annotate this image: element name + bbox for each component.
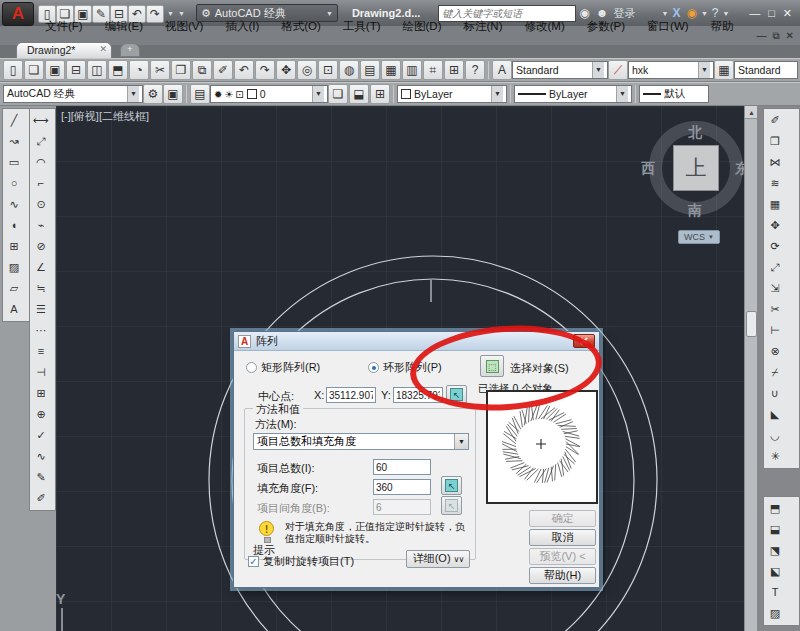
menu-edit[interactable]: 编辑(E) xyxy=(94,20,154,32)
multiline-text-tool[interactable]: A xyxy=(4,300,24,320)
line-tool[interactable]: ╱ xyxy=(4,111,24,131)
dialog-title-bar[interactable]: A 阵列 ✕ xyxy=(234,332,599,351)
join-tool[interactable]: ∪ xyxy=(765,384,785,404)
send-to-back-tool[interactable]: ⬓ xyxy=(765,520,785,540)
select-objects-button[interactable]: ⬚ xyxy=(480,355,504,377)
viewcube-south[interactable]: 南 xyxy=(688,202,702,220)
hatch-to-back-tool[interactable]: ▨ xyxy=(765,604,785,624)
viewcube-top-face[interactable]: 上 xyxy=(673,145,719,191)
menu-modify[interactable]: 修改(M) xyxy=(513,20,575,32)
save-workspace-icon[interactable]: ▣ xyxy=(163,84,183,104)
publish-tool[interactable]: ⬒ xyxy=(108,60,128,80)
radius-dim-tool[interactable]: ⊙ xyxy=(31,195,51,215)
copy-clip-tool[interactable]: ❐ xyxy=(171,60,191,80)
doc-close-button[interactable]: ✕ xyxy=(786,30,794,42)
help-tool[interactable]: ? xyxy=(465,60,485,80)
bring-above-tool[interactable]: ⬔ xyxy=(765,541,785,561)
tolerance-tool[interactable]: ⊞ xyxy=(31,384,51,404)
dialog-close-button[interactable]: ✕ xyxy=(573,334,595,348)
break-at-point-tool[interactable]: ⊗ xyxy=(765,342,785,362)
fill-angle-input[interactable] xyxy=(373,479,431,495)
menu-format[interactable]: 格式(O) xyxy=(270,20,332,32)
text-style-icon[interactable]: A xyxy=(492,60,512,80)
tab-close-icon[interactable]: ✕ xyxy=(99,44,107,58)
stretch-tool[interactable]: ⇲ xyxy=(765,279,785,299)
open-tool[interactable]: ❏ xyxy=(24,60,44,80)
extend-tool[interactable]: ⊢ xyxy=(765,321,785,341)
dim-break-tool[interactable]: ⊣ xyxy=(31,363,51,383)
menu-insert[interactable]: 插入(I) xyxy=(214,20,270,32)
quick-dim-tool[interactable]: ≒ xyxy=(31,279,51,299)
match-properties-tool[interactable]: ✐ xyxy=(213,60,233,80)
circle-tool[interactable]: ○ xyxy=(4,174,24,194)
method-select[interactable]: 项目总数和填充角度 ▼ xyxy=(253,433,469,450)
zoom-realtime-tool[interactable]: ◎ xyxy=(297,60,317,80)
spline-tool[interactable]: ∿ xyxy=(4,195,24,215)
rotate-tool[interactable]: ⟳ xyxy=(765,237,785,257)
diameter-dim-tool[interactable]: ⊘ xyxy=(31,237,51,257)
sheetset-manager-tool[interactable]: ⌗ xyxy=(423,60,443,80)
jogged-dim-tool[interactable]: ⌁ xyxy=(31,216,51,236)
dim-inspect-tool[interactable]: ✓ xyxy=(31,426,51,446)
array-tool[interactable]: ▦ xyxy=(765,195,785,215)
undo-tool[interactable]: ↶ xyxy=(234,60,254,80)
explode-tool[interactable]: ✳ xyxy=(765,447,785,467)
text-to-front-tool[interactable]: T xyxy=(765,583,785,603)
paste-tool[interactable]: ⧉ xyxy=(192,60,212,80)
ellipse-arc-tool[interactable]: ◖ xyxy=(4,216,24,236)
make-block-tool[interactable]: ⊞ xyxy=(4,237,24,257)
doc-minimize-button[interactable]: — xyxy=(756,30,766,42)
tool-palettes-tool[interactable]: ▥ xyxy=(402,60,422,80)
mirror-tool[interactable]: ⋈ xyxy=(765,153,785,173)
maximize-button[interactable]: □ xyxy=(768,7,775,20)
redo-tool[interactable]: ↷ xyxy=(255,60,275,80)
make-object-layer-icon[interactable]: ❏ xyxy=(328,84,348,104)
cancel-button[interactable]: 取消 xyxy=(529,529,596,546)
help-button[interactable]: 帮助(H) xyxy=(529,567,596,584)
polyline-tool[interactable]: ↝ xyxy=(4,132,24,152)
bring-to-front-tool[interactable]: ⬒ xyxy=(765,499,785,519)
new-tool[interactable]: ▯ xyxy=(3,60,23,80)
continue-dim-tool[interactable]: ⋯ xyxy=(31,321,51,341)
viewcube-north[interactable]: 北 xyxy=(688,124,702,142)
scale-tool[interactable]: ⤢ xyxy=(765,258,785,278)
vertical-scrollbar[interactable]: ▲ xyxy=(744,106,757,631)
dim-style-select[interactable]: hxk ▼ xyxy=(628,61,714,79)
workspace-settings-icon[interactable]: ⚙ xyxy=(143,84,163,104)
text-style-select[interactable]: Standard ▼ xyxy=(512,61,608,79)
layer-properties-icon[interactable]: ▤ xyxy=(190,84,210,104)
region-tool[interactable]: ▱ xyxy=(4,279,24,299)
drawing-tab[interactable]: Drawing2* ✕ xyxy=(16,42,112,58)
send-under-tool[interactable]: ⬕ xyxy=(765,562,785,582)
jogged-linear-tool[interactable]: ∿ xyxy=(31,447,51,467)
move-tool[interactable]: ✥ xyxy=(765,216,785,236)
wcs-badge[interactable]: WCS ▼ xyxy=(678,230,720,244)
pick-center-button[interactable]: ↖ xyxy=(446,385,467,404)
menu-tools[interactable]: 工具(T) xyxy=(332,20,392,32)
rectangle-tool[interactable]: ▭ xyxy=(4,153,24,173)
table-style-icon[interactable]: ▦ xyxy=(714,60,734,80)
viewcube-east[interactable]: 东 xyxy=(735,160,744,178)
dim-space-tool[interactable]: ≡ xyxy=(31,342,51,362)
doc-restore-button[interactable]: ⧉ xyxy=(772,30,779,42)
x-input[interactable] xyxy=(326,387,376,403)
3ddwf-tool[interactable]: ◔ xyxy=(129,60,149,80)
y-input[interactable] xyxy=(393,387,443,403)
lineweight-select[interactable]: 默认 xyxy=(639,85,709,103)
quickcalc-tool[interactable]: ⊞ xyxy=(444,60,464,80)
copy-tool[interactable]: ❐ xyxy=(765,132,785,152)
polar-array-radio[interactable]: 环形阵列(P) xyxy=(368,360,442,375)
details-button[interactable]: 详细(O) ∨∨ xyxy=(406,550,470,568)
chamfer-tool[interactable]: ◣ xyxy=(765,405,785,425)
arc-length-dim-tool[interactable]: ◠ xyxy=(31,153,51,173)
new-tab-button[interactable]: + xyxy=(120,43,140,57)
ordinate-dim-tool[interactable]: ⌐ xyxy=(31,174,51,194)
cut-tool[interactable]: ✂ xyxy=(150,60,170,80)
table-style-select[interactable]: Standard xyxy=(734,61,798,79)
pick-fill-angle-button[interactable]: ↖ xyxy=(441,476,462,495)
designcenter-tool[interactable]: ▦ xyxy=(381,60,401,80)
zoom-previous-tool[interactable]: ◍ xyxy=(339,60,359,80)
menu-file[interactable]: 文件(F) xyxy=(34,20,94,32)
menu-dimension[interactable]: 标注(N) xyxy=(453,20,514,32)
layer-select[interactable]: ✹☀⊡ 0 ▼ xyxy=(210,85,328,103)
